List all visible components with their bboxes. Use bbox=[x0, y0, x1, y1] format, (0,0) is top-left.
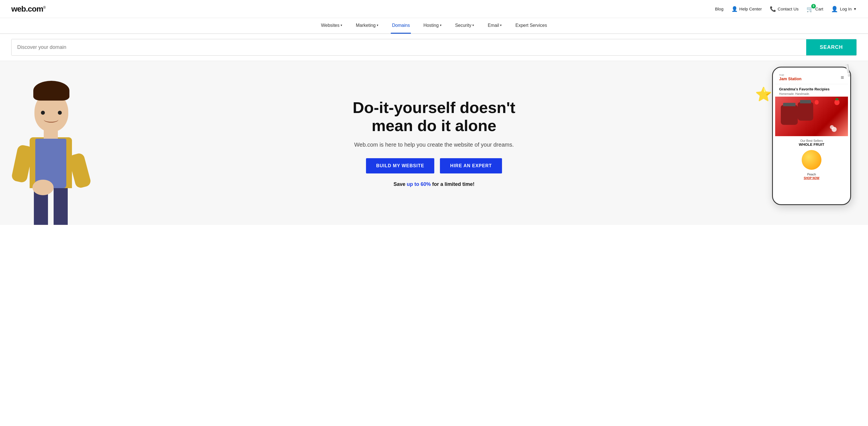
login-button[interactable]: 👤 Log In ▼ bbox=[831, 6, 857, 12]
search-input[interactable] bbox=[11, 39, 806, 55]
chevron-down-icon: ▾ bbox=[472, 24, 474, 27]
phone-brand: THE Jam Station bbox=[779, 74, 801, 81]
hero-section: Do-it-yourself doesn't mean do it alone … bbox=[0, 61, 868, 225]
phone-icon: 📞 bbox=[770, 6, 776, 12]
phone-product-image bbox=[775, 96, 848, 136]
phone-section-sub: Homemade. Handmade. bbox=[775, 92, 848, 96]
hero-subtext: Web.com is here to help you create the w… bbox=[353, 142, 515, 148]
chevron-down-icon: ▾ bbox=[440, 24, 442, 27]
phone-inner: THE Jam Station ≡ Grandma's Favorite Rec… bbox=[775, 71, 848, 201]
blog-link[interactable]: Blog bbox=[715, 6, 723, 11]
chevron-down-icon: ▾ bbox=[377, 24, 378, 27]
hero-content: Do-it-yourself doesn't mean do it alone … bbox=[353, 98, 515, 188]
phone-header: THE Jam Station ≡ bbox=[775, 71, 848, 84]
blog-label: Blog bbox=[715, 6, 723, 11]
exclamation-decoration: ❕ bbox=[840, 63, 856, 78]
strawberry-2 bbox=[815, 100, 818, 105]
search-button[interactable]: SEARCH bbox=[806, 39, 857, 55]
nav-item-expert-services[interactable]: Expert Services bbox=[514, 18, 548, 34]
chevron-down-icon: ▾ bbox=[500, 24, 502, 27]
nav-item-email[interactable]: Email ▾ bbox=[487, 18, 503, 34]
top-bar: web.com® Blog 👤 Help Center 📞 Contact Us… bbox=[0, 0, 868, 18]
user-icon: 👤 bbox=[831, 6, 838, 12]
site-logo[interactable]: web.com® bbox=[11, 4, 45, 13]
nav-item-domains[interactable]: Domains bbox=[391, 18, 411, 34]
main-nav: Websites ▾ Marketing ▾ Domains Hosting ▾… bbox=[0, 18, 868, 34]
phone-mockup: THE Jam Station ≡ Grandma's Favorite Rec… bbox=[772, 67, 851, 205]
chevron-down-icon: ▾ bbox=[341, 24, 342, 27]
phone-bestsellers: Our Best Sellers WHOLE FRUIT bbox=[775, 136, 848, 148]
help-center-link[interactable]: 👤 Help Center bbox=[732, 6, 762, 12]
phone-fruit-label: Peach bbox=[775, 172, 848, 176]
chevron-down-icon: ▼ bbox=[853, 7, 857, 11]
phone-section-title: Grandma's Favorite Recipies bbox=[775, 84, 848, 92]
hero-buttons: BUILD MY WEBSITE HIRE AN EXPERT bbox=[353, 158, 515, 173]
nav-item-hosting[interactable]: Hosting ▾ bbox=[422, 18, 442, 34]
phone-outer: THE Jam Station ≡ Grandma's Favorite Rec… bbox=[772, 67, 851, 205]
search-bar: SEARCH bbox=[11, 39, 857, 56]
hero-person-illustration bbox=[8, 78, 82, 225]
cart-count: 0 bbox=[811, 4, 816, 8]
cart-badge: 🛒 0 bbox=[806, 6, 813, 12]
hero-save-text: Save up to 60% for a limited time! bbox=[353, 181, 515, 187]
star-decoration: ⭐ bbox=[755, 86, 772, 102]
jam-jar-2 bbox=[798, 102, 813, 121]
hire-expert-button[interactable]: HIRE AN EXPERT bbox=[440, 158, 502, 173]
nav-item-websites[interactable]: Websites ▾ bbox=[320, 18, 343, 34]
nav-item-security[interactable]: Security ▾ bbox=[454, 18, 475, 34]
build-website-button[interactable]: BUILD MY WEBSITE bbox=[366, 158, 434, 173]
phone-shop-now-link[interactable]: SHOP NOW bbox=[775, 176, 848, 182]
cart-link[interactable]: 🛒 0 Cart bbox=[806, 6, 823, 12]
nav-item-marketing[interactable]: Marketing ▾ bbox=[355, 18, 379, 34]
search-bar-section: SEARCH bbox=[0, 34, 868, 61]
person-icon: 👤 bbox=[732, 6, 738, 12]
hero-headline: Do-it-yourself doesn't mean do it alone bbox=[353, 98, 515, 135]
flower-2 bbox=[830, 125, 834, 129]
strawberry-decoration bbox=[834, 100, 839, 105]
jam-jar-1 bbox=[781, 105, 798, 125]
top-right-links: Blog 👤 Help Center 📞 Contact Us 🛒 0 Cart… bbox=[715, 6, 857, 12]
phone-fruit-image bbox=[802, 150, 822, 170]
contact-us-link[interactable]: 📞 Contact Us bbox=[770, 6, 799, 12]
